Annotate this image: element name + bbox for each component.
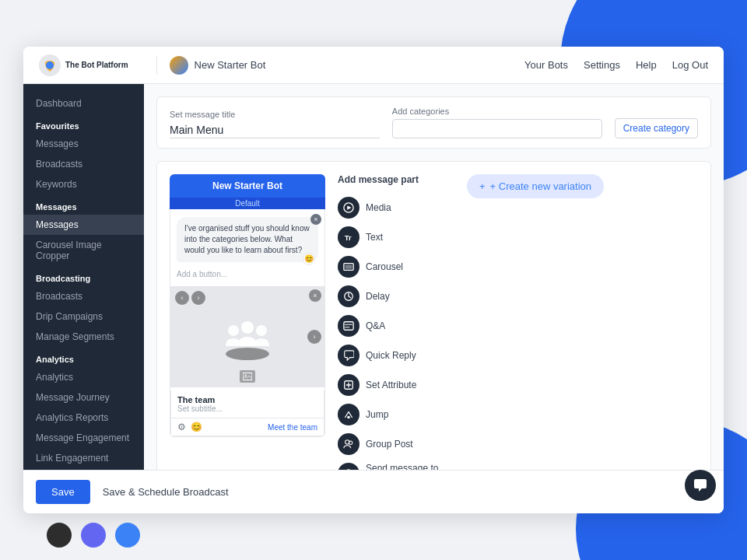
sidebar-item-dashboard[interactable]: Dashboard bbox=[23, 93, 144, 114]
sidebar-item-segments[interactable]: Manage Segments bbox=[23, 327, 144, 347]
sidebar-section-broadcasting: Broadcasting bbox=[23, 266, 144, 286]
save-button[interactable]: Save bbox=[36, 480, 90, 504]
create-variation-label: + Create new variation bbox=[490, 180, 591, 192]
sidebar-item-analytics-reports[interactable]: Analytics Reports bbox=[23, 408, 144, 428]
preview-default-badge: Default bbox=[170, 198, 325, 209]
swatch-purple[interactable] bbox=[81, 523, 106, 548]
sidebar-item-drip[interactable]: Drip Campaigns bbox=[23, 306, 144, 327]
part-item-carousel[interactable]: Carousel bbox=[338, 252, 454, 282]
part-item-quick-reply[interactable]: Quick Reply bbox=[338, 341, 454, 370]
text-icon: Tr bbox=[338, 226, 359, 248]
chat-widget-icon bbox=[693, 478, 708, 493]
jump-icon bbox=[338, 404, 359, 425]
svg-point-5 bbox=[256, 325, 267, 336]
quick-reply-icon bbox=[338, 345, 359, 366]
carousel-close-btn[interactable]: × bbox=[309, 289, 321, 302]
group-post-icon bbox=[338, 433, 359, 455]
swatch-blue[interactable] bbox=[115, 523, 140, 548]
part-label-qa: Q&A bbox=[366, 320, 385, 331]
carousel-image-icon bbox=[240, 370, 255, 383]
carousel-settings-icon[interactable]: ⚙ bbox=[177, 422, 186, 432]
svg-point-2 bbox=[226, 348, 269, 360]
qa-icon bbox=[338, 315, 359, 337]
part-item-set-attribute[interactable]: Set Attribute bbox=[338, 370, 454, 400]
svg-rect-13 bbox=[344, 322, 353, 331]
part-label-quick-reply: Quick Reply bbox=[366, 350, 416, 361]
sidebar-item-messages-fav[interactable]: Messages bbox=[23, 134, 144, 154]
part-label-group-post: Group Post bbox=[366, 439, 413, 450]
swatch-dark[interactable] bbox=[47, 523, 72, 548]
bubble-emoji[interactable]: 😊 bbox=[303, 253, 315, 265]
help-link[interactable]: Help bbox=[636, 59, 657, 71]
sidebar-item-message-engagement[interactable]: Message Engagement bbox=[23, 428, 144, 448]
bubble-close-btn[interactable]: × bbox=[310, 214, 321, 225]
chat-widget-button[interactable] bbox=[685, 470, 716, 501]
add-part-panel: Add message part Media Tr Text bbox=[338, 174, 454, 470]
title-input[interactable] bbox=[170, 122, 380, 138]
sidebar-item-keywords-fav[interactable]: Keywords bbox=[23, 174, 144, 194]
logout-link[interactable]: Log Out bbox=[672, 59, 708, 71]
part-item-text[interactable]: Tr Text bbox=[338, 222, 454, 252]
chat-bubble: I've organised stuff you should know int… bbox=[177, 217, 318, 262]
main-content: Dashboard Favourites Messages Broadcasts… bbox=[23, 84, 724, 470]
sidebar-item-journey[interactable]: Message Journey bbox=[23, 387, 144, 408]
plus-icon: + bbox=[479, 180, 486, 192]
add-button-text[interactable]: Add a button... bbox=[170, 265, 324, 283]
svg-point-1 bbox=[46, 61, 54, 69]
part-item-media[interactable]: Media bbox=[338, 193, 454, 222]
chat-text: I've organised stuff you should know int… bbox=[184, 224, 310, 254]
nav-divider bbox=[156, 56, 157, 75]
carousel-card-title: The team bbox=[177, 395, 317, 404]
logo-text: The Bot Platform bbox=[65, 60, 128, 70]
sidebar-section-messages: Messages bbox=[23, 194, 144, 215]
builder-area: New Starter Bot Default I've organised s… bbox=[156, 161, 711, 470]
variations-panel: + + Create new variation bbox=[467, 174, 698, 470]
bot-name-nav: New Starter Bot bbox=[170, 56, 266, 75]
create-variation-button[interactable]: + + Create new variation bbox=[467, 174, 604, 198]
sidebar: Dashboard Favourites Messages Broadcasts… bbox=[23, 84, 144, 470]
title-field: Set message title bbox=[170, 110, 380, 138]
your-bots-link[interactable]: Your Bots bbox=[524, 59, 568, 71]
part-label-send-message: Send message to user bbox=[366, 463, 454, 470]
settings-link[interactable]: Settings bbox=[584, 59, 620, 71]
title-label: Set message title bbox=[170, 110, 380, 119]
message-title-row: Set message title Add categories Create … bbox=[156, 96, 711, 149]
save-schedule-button[interactable]: Save & Schedule Broadcast bbox=[103, 486, 229, 498]
part-item-delay[interactable]: Delay bbox=[338, 282, 454, 311]
carousel-card-info: The team Set subtitle... bbox=[170, 390, 324, 418]
carousel-next-btn[interactable]: › bbox=[307, 330, 321, 344]
categories-input[interactable] bbox=[392, 119, 602, 138]
part-item-qa[interactable]: Q&A bbox=[338, 311, 454, 341]
sidebar-item-carousel-cropper[interactable]: Carousel Image Cropper bbox=[23, 235, 144, 266]
create-category-button[interactable]: Create category bbox=[615, 118, 698, 138]
part-label-set-attribute: Set Attribute bbox=[366, 380, 416, 390]
svg-text:Tr: Tr bbox=[345, 233, 352, 242]
preview-bot-name: New Starter Bot bbox=[179, 180, 316, 191]
logo-icon bbox=[39, 54, 61, 76]
svg-point-4 bbox=[241, 321, 254, 334]
sidebar-item-link-engagement[interactable]: Link Engagement bbox=[23, 448, 144, 468]
carousel-prev-btn[interactable]: ‹ bbox=[175, 291, 189, 305]
media-icon bbox=[338, 197, 359, 219]
part-item-send-message[interactable]: Send message to user bbox=[338, 459, 454, 470]
send-message-icon bbox=[338, 463, 359, 470]
sidebar-item-messages[interactable]: Messages bbox=[23, 215, 144, 235]
part-item-group-post[interactable]: Group Post bbox=[338, 429, 454, 459]
sidebar-item-analytics[interactable]: Analytics bbox=[23, 367, 144, 387]
set-attribute-icon bbox=[338, 374, 359, 396]
part-label-text: Text bbox=[366, 232, 383, 243]
categories-label: Add categories bbox=[392, 107, 602, 116]
color-swatches bbox=[47, 523, 140, 548]
svg-point-3 bbox=[228, 325, 239, 336]
carousel-meet-btn[interactable]: Meet the team bbox=[268, 423, 317, 432]
svg-point-7 bbox=[245, 374, 247, 376]
top-nav: The Bot Platform New Starter Bot Your Bo… bbox=[23, 47, 724, 84]
carousel-nav2-btn[interactable]: › bbox=[191, 291, 205, 305]
part-item-jump[interactable]: Jump bbox=[338, 400, 454, 429]
carousel-emoji-icon[interactable]: 😊 bbox=[191, 422, 202, 432]
team-icon bbox=[216, 306, 279, 368]
carousel-card-actions: ⚙ 😊 Meet the team bbox=[170, 418, 324, 436]
sidebar-item-broadcasts[interactable]: Broadcasts bbox=[23, 286, 144, 306]
sidebar-item-broadcasts-fav[interactable]: Broadcasts bbox=[23, 154, 144, 174]
sidebar-section-analytics: Analytics bbox=[23, 347, 144, 367]
